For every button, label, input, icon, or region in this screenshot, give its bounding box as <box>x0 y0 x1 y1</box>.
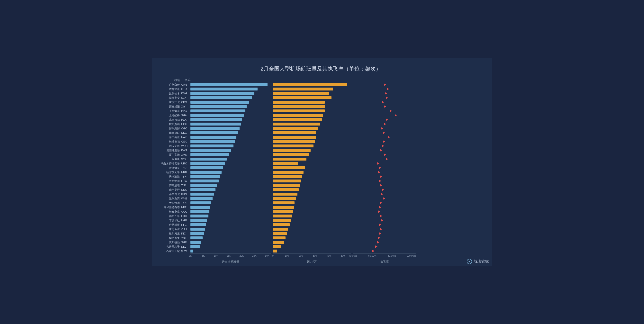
orange-bar-row <box>273 192 351 196</box>
orange-bar-row <box>273 153 351 157</box>
blue-bar-row <box>190 179 271 183</box>
airport-label-row: 呼和浩特白塔HFT <box>159 205 190 209</box>
airport-code: HGH <box>181 122 190 126</box>
blue-bar-row <box>190 131 271 135</box>
orange-bar <box>273 184 300 187</box>
orange-bar <box>273 175 302 178</box>
airport-label-row: 大连周水子DLC <box>159 245 190 248</box>
airport-name: 沈阳桃仙 <box>159 240 181 244</box>
airport-label-row: 宁波栎社NGB <box>159 218 190 222</box>
rate-dot-row <box>353 87 416 91</box>
rate-dot-row <box>353 109 416 113</box>
airport-label-row: 长沙黄花CSX <box>159 140 190 144</box>
rate-triangle <box>382 145 384 147</box>
airport-label-row: 哈尔滨太平HRB <box>159 170 190 174</box>
rate-dot-row <box>353 227 416 231</box>
flights-axis-label: 进出港航班量 <box>190 260 271 264</box>
orange-bar-row <box>273 104 351 108</box>
blue-bar-row <box>190 170 271 174</box>
rate-dot-row <box>353 96 416 100</box>
rate-triangle <box>383 132 385 134</box>
airport-code: KWE <box>181 149 190 152</box>
blue-bar <box>190 210 210 213</box>
capacity-tick: 300 <box>313 254 317 257</box>
airport-label-row: 重庆江北CKG <box>159 100 190 104</box>
orange-bar-row <box>273 232 351 236</box>
blue-bar <box>190 158 227 160</box>
blue-bar <box>190 101 249 104</box>
airport-label-row: 南京禄口NKG <box>159 131 190 135</box>
orange-bar <box>273 114 323 117</box>
blue-bar <box>190 110 246 112</box>
airport-code: KHN <box>181 193 190 196</box>
chart-container: 2月全国大型机场航班量及其执飞率（单位：架次） 机场 三字码 广州白云CAN成都… <box>152 58 492 266</box>
orange-bar-row <box>273 92 351 95</box>
blue-bar <box>190 223 206 226</box>
orange-bar <box>273 88 333 90</box>
rate-triangle <box>381 127 383 130</box>
rate-triangle <box>377 241 380 244</box>
airport-label-row: 石家庄正定SJW <box>159 249 190 253</box>
logo-area: ✈ 航班管家 <box>467 259 489 264</box>
orange-bar <box>273 214 292 218</box>
flights-section: 0K5K10K15K20K25K30K 进出港航班量 <box>190 77 271 259</box>
airport-code: SHA <box>181 114 190 117</box>
blue-bar <box>190 206 210 209</box>
airport-code: CKG <box>181 101 190 104</box>
rate-triangle <box>382 188 384 191</box>
blue-bar <box>190 219 207 222</box>
rate-dot-row <box>353 210 416 214</box>
rate-dot-row <box>353 214 416 218</box>
flight-tick: 30K <box>265 254 270 257</box>
rate-triangle <box>378 171 380 174</box>
orange-bar-row <box>273 87 351 91</box>
airport-code: WUH <box>181 144 190 148</box>
airport-code: XMN <box>181 153 190 156</box>
orange-bar <box>273 232 287 235</box>
airport-name: 合肥新桥 <box>159 223 181 227</box>
orange-bar <box>273 166 305 169</box>
orange-bar <box>273 144 314 148</box>
airport-label-row: 南宁吴圩NNG <box>159 188 190 192</box>
orange-bar-row <box>273 210 351 214</box>
airport-name: 昆明长水 <box>159 92 181 95</box>
orange-bar <box>273 193 298 196</box>
airport-name: 郑州新郑 <box>159 127 181 130</box>
orange-bar <box>273 122 320 126</box>
flights-xaxis: 0K5K10K15K20K25K30K 进出港航班量 <box>190 254 271 259</box>
orange-bar-row <box>273 166 351 170</box>
blue-bar <box>190 250 193 252</box>
airport-code: YNT <box>181 236 190 239</box>
rate-dot-row <box>353 205 416 209</box>
rate-dot-row <box>353 232 416 236</box>
airport-label-row: 成都双流CTU <box>159 87 190 91</box>
blue-bar-row <box>190 144 271 148</box>
blue-bar-row <box>190 92 271 95</box>
blue-bar-row <box>190 201 271 205</box>
blue-bar <box>190 232 204 235</box>
blue-bar <box>190 241 201 244</box>
airport-name: 南京禄口 <box>159 131 181 135</box>
airport-name: 重庆江北 <box>159 100 181 104</box>
blue-bar-row <box>190 240 271 244</box>
airport-name: 大连周水子 <box>159 245 181 248</box>
blue-bar-row <box>190 153 271 157</box>
rate-dot-row <box>353 92 416 95</box>
chart-title: 2月全国大型机场航班量及其执飞率（单位：架次） <box>159 65 482 72</box>
airport-name: 宁波栎社 <box>159 219 181 222</box>
blue-bar-row <box>190 223 271 227</box>
blue-bar-row <box>190 113 271 117</box>
orange-bar-row <box>273 218 351 222</box>
airport-label-row: 杭州萧山HGH <box>159 122 190 126</box>
rate-xaxis: 40.00%60.00%80.00%100.00% 执飞率 <box>353 254 416 259</box>
airport-label-row: 上海虹桥SHA <box>159 113 190 117</box>
rate-triangle <box>380 176 382 178</box>
airport-name: 银川河东 <box>159 232 181 236</box>
orange-bar <box>273 219 291 222</box>
orange-bar-row <box>273 122 351 126</box>
rate-triangle <box>390 110 392 112</box>
blue-bar <box>190 202 211 204</box>
rate-triangle <box>380 184 382 186</box>
airport-label-row: 济南遥墙TNA <box>159 184 190 187</box>
airport-name: 杭州萧山 <box>159 122 181 126</box>
